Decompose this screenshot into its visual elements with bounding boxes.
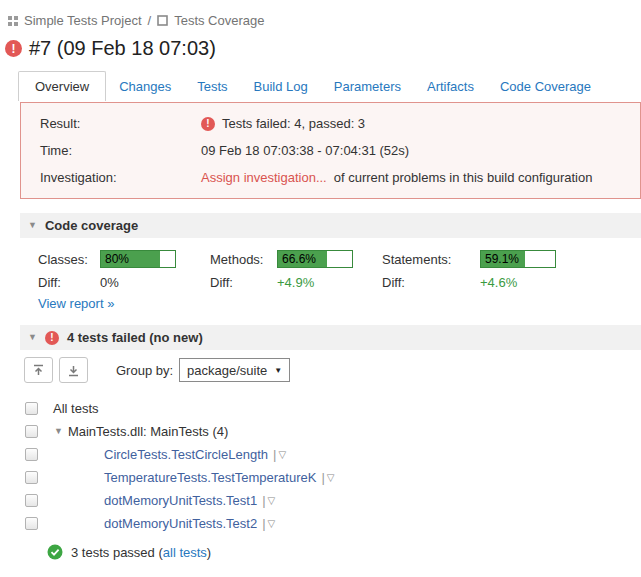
methods-label: Methods:: [210, 252, 277, 267]
failed-test-row: dotMemoryUnitTests.Test2 | ▽: [0, 512, 641, 534]
methods-coverage-bar: 66.6%: [277, 250, 353, 268]
classes-diff-value: 0%: [100, 275, 200, 290]
coverage-statements-column: Statements: 59.1% Diff: +4.6%: [382, 250, 580, 290]
tree-row-suite: ▼ MainTests.dll: MainTests (4): [0, 420, 641, 442]
time-label: Time:: [40, 143, 201, 158]
test-actions-dropdown-icon[interactable]: ▽: [268, 495, 276, 506]
failed-tests-tree: All tests ▼ MainTests.dll: MainTests (4)…: [0, 397, 641, 534]
coverage-methods-column: Methods: 66.6% Diff: +4.9%: [210, 250, 382, 290]
breadcrumb-project-link[interactable]: Simple Tests Project: [24, 13, 142, 28]
classes-label: Classes:: [38, 252, 100, 267]
test-actions-dropdown-icon[interactable]: ▽: [268, 518, 276, 529]
coverage-classes-column: Classes: 80% Diff: 0%: [38, 250, 210, 290]
statements-diff-label: Diff:: [382, 275, 480, 290]
tab-changes[interactable]: Changes: [106, 72, 184, 101]
statements-coverage-value: 59.1%: [481, 252, 519, 266]
statements-coverage-bar: 59.1%: [480, 250, 556, 268]
tab-build-log[interactable]: Build Log: [241, 72, 321, 101]
suite-checkbox[interactable]: [25, 425, 38, 438]
group-by-select[interactable]: package/suite ▼: [179, 358, 290, 382]
tests-failed-icon: !: [201, 117, 215, 131]
view-report-link[interactable]: View report »: [38, 296, 114, 311]
failed-test-link[interactable]: TemperatureTests.TestTemperatureK: [104, 470, 316, 485]
tests-passed-text: 3 tests passed (all tests): [71, 545, 211, 560]
time-row: Time: 09 Feb 18 07:03:38 - 07:04:31 (52s…: [40, 137, 640, 164]
investigation-rest-text: of current problems in this build config…: [334, 170, 593, 185]
build-result-box: Result: ! Tests failed: 4, passed: 3 Tim…: [20, 102, 641, 199]
tests-passed-row: 3 tests passed (all tests): [47, 544, 641, 560]
expand-all-button[interactable]: [59, 357, 88, 383]
suite-collapse-triangle-icon[interactable]: ▼: [54, 427, 63, 436]
result-value: ! Tests failed: 4, passed: 3: [201, 116, 365, 131]
assign-investigation-link[interactable]: Assign investigation...: [201, 170, 327, 185]
test-menu-separator: |: [262, 516, 265, 531]
all-tests-checkbox[interactable]: [25, 402, 38, 415]
failed-test-row: CircleTests.TestCircleLength | ▽: [0, 443, 641, 465]
tests-failed-section-header[interactable]: ▼ ! 4 tests failed (no new): [20, 325, 641, 350]
test-checkbox[interactable]: [25, 448, 38, 461]
test-checkbox[interactable]: [25, 494, 38, 507]
investigation-row: Investigation: Assign investigation... o…: [40, 164, 640, 191]
collapse-all-icon: [32, 364, 45, 377]
collapse-all-button[interactable]: [24, 357, 53, 383]
tests-failed-header-title: 4 tests failed (no new): [67, 330, 203, 345]
group-by-selected-value: package/suite: [187, 363, 267, 378]
group-by-label: Group by:: [116, 363, 173, 378]
failed-test-row: TemperatureTests.TestTemperatureK | ▽: [0, 466, 641, 488]
breadcrumb-config-link[interactable]: Tests Coverage: [174, 13, 264, 28]
statements-label: Statements:: [382, 252, 480, 267]
build-config-icon: [157, 15, 168, 26]
all-tests-link[interactable]: all tests: [163, 545, 207, 560]
classes-diff-label: Diff:: [38, 275, 100, 290]
project-grid-icon: [8, 16, 18, 26]
methods-diff-label: Diff:: [210, 275, 277, 290]
suite-label: MainTests.dll: MainTests (4): [68, 424, 228, 439]
code-coverage-header-title: Code coverage: [45, 218, 138, 233]
classes-coverage-value: 80%: [101, 252, 129, 266]
failed-test-link[interactable]: dotMemoryUnitTests.Test2: [104, 516, 257, 531]
tests-failed-text: Tests failed: 4, passed: 3: [222, 116, 365, 131]
methods-coverage-value: 66.6%: [278, 252, 316, 266]
test-menu-separator: |: [273, 447, 276, 462]
build-tabs: Overview Changes Tests Build Log Paramet…: [18, 71, 641, 101]
time-value: 09 Feb 18 07:03:38 - 07:04:31 (52s): [201, 143, 409, 158]
failed-test-link[interactable]: dotMemoryUnitTests.Test1: [104, 493, 257, 508]
test-checkbox[interactable]: [25, 471, 38, 484]
failed-test-row: dotMemoryUnitTests.Test1 | ▽: [0, 489, 641, 511]
test-actions-dropdown-icon[interactable]: ▽: [278, 449, 286, 460]
failed-test-link[interactable]: CircleTests.TestCircleLength: [104, 447, 268, 462]
expand-all-icon: [67, 364, 80, 377]
test-actions-dropdown-icon[interactable]: ▽: [327, 472, 335, 483]
tab-code-coverage[interactable]: Code Coverage: [487, 72, 604, 101]
breadcrumb: Simple Tests Project / Tests Coverage: [8, 13, 641, 28]
select-arrow-icon: ▼: [274, 366, 282, 375]
build-failed-icon: !: [5, 40, 22, 57]
build-title-row: ! #7 (09 Feb 18 07:03): [5, 37, 641, 60]
code-coverage-section-header[interactable]: ▼ Code coverage: [20, 213, 641, 238]
all-tests-label: All tests: [53, 401, 99, 416]
build-title: #7 (09 Feb 18 07:03): [29, 37, 216, 60]
result-row: Result: ! Tests failed: 4, passed: 3: [40, 110, 640, 137]
coverage-metrics: Classes: 80% Diff: 0% Methods: 66.6% Dif…: [38, 250, 641, 290]
tests-toolbar: Group by: package/suite ▼: [24, 357, 641, 383]
collapse-triangle-icon[interactable]: ▼: [28, 221, 37, 230]
tab-overview[interactable]: Overview: [18, 71, 106, 101]
tab-parameters[interactable]: Parameters: [321, 72, 414, 101]
tab-tests[interactable]: Tests: [184, 72, 240, 101]
tests-passed-icon: [47, 544, 63, 560]
test-menu-separator: |: [321, 470, 324, 485]
tree-row-all-tests: All tests: [0, 397, 641, 419]
tab-artifacts[interactable]: Artifacts: [414, 72, 487, 101]
tests-failed-section-icon: !: [45, 331, 59, 345]
statements-diff-value: +4.6%: [480, 275, 580, 290]
collapse-triangle-icon[interactable]: ▼: [28, 333, 37, 342]
test-checkbox[interactable]: [25, 517, 38, 530]
test-menu-separator: |: [262, 493, 265, 508]
methods-diff-value: +4.9%: [277, 275, 377, 290]
breadcrumb-separator: /: [148, 13, 152, 28]
investigation-label: Investigation:: [40, 170, 201, 185]
classes-coverage-bar: 80%: [100, 250, 176, 268]
result-label: Result:: [40, 116, 201, 131]
